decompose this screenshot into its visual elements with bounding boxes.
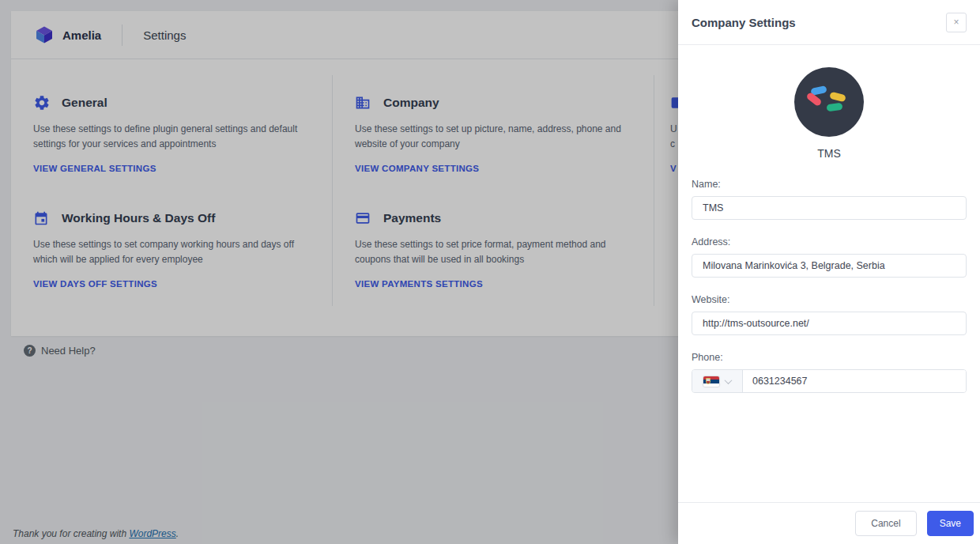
drawer-title: Company Settings <box>692 16 796 29</box>
company-settings-drawer: Company Settings × TMS Name: Address: We… <box>678 0 980 544</box>
phone-input-row <box>692 369 967 393</box>
website-field[interactable] <box>692 312 967 335</box>
phone-field[interactable] <box>743 370 966 392</box>
address-field-group: Address: <box>692 236 967 278</box>
name-label: Name: <box>692 179 967 190</box>
drawer-header: Company Settings × <box>678 0 980 45</box>
logo-pill-green <box>826 103 842 112</box>
serbia-flag-emblem <box>707 379 710 383</box>
website-label: Website: <box>692 294 967 305</box>
company-logo-section: TMS <box>692 67 967 160</box>
phone-label: Phone: <box>692 352 967 363</box>
address-label: Address: <box>692 236 967 247</box>
drawer-footer: Cancel Save <box>678 502 980 544</box>
phone-country-select[interactable] <box>692 370 743 392</box>
chevron-down-icon <box>725 376 733 384</box>
company-name-display: TMS <box>692 147 967 160</box>
serbia-flag-icon <box>703 376 719 387</box>
close-icon[interactable]: × <box>946 13 967 32</box>
company-logo-avatar[interactable] <box>794 67 864 137</box>
logo-pill-yellow <box>829 92 846 103</box>
name-field-group: Name: <box>692 179 967 220</box>
cancel-button[interactable]: Cancel <box>855 511 916 536</box>
name-field[interactable] <box>692 196 967 220</box>
drawer-body: TMS Name: Address: Website: Phone: <box>678 45 980 502</box>
save-button[interactable]: Save <box>927 511 974 536</box>
address-field[interactable] <box>692 254 967 278</box>
phone-field-group: Phone: <box>692 352 967 393</box>
website-field-group: Website: <box>692 294 967 335</box>
